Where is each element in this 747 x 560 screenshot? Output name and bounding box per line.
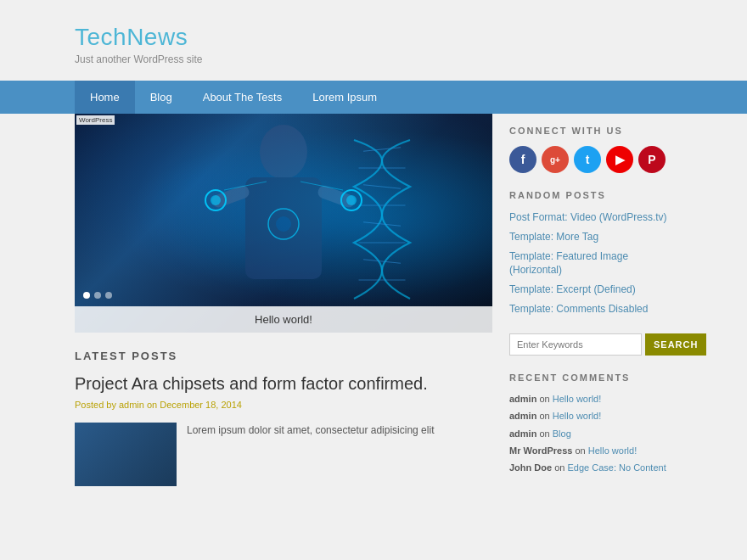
list-item: Template: More Tag	[509, 230, 672, 244]
comment-author: admin	[509, 411, 536, 421]
twitter-icon[interactable]: t	[574, 146, 601, 173]
list-item: John Doe on Edge Case: No Content	[509, 462, 672, 474]
list-item: admin on Hello world!	[509, 393, 672, 406]
sidebar: CONNECT WITH US f g+ t ▶ P RANDOM POSTS …	[509, 114, 672, 492]
latest-posts-title: LATEST POSTS	[75, 350, 492, 362]
recent-comments-list: admin on Hello world!admin on Hello worl…	[509, 393, 672, 475]
nav-item-home[interactable]: Home	[75, 81, 135, 114]
post2-excerpt: Lorem ipsum dolor sit amet, consectetur …	[187, 423, 434, 486]
list-item: Post Format: Video (WordPress.tv)	[509, 210, 672, 225]
svg-point-14	[211, 195, 221, 205]
wp-label: WordPress	[76, 115, 115, 125]
svg-point-19	[276, 216, 291, 232]
list-item: Template: Featured Image (Horizontal)	[509, 249, 672, 278]
social-icons: f g+ t ▶ P	[509, 146, 672, 173]
list-item: admin on Hello world!	[509, 410, 672, 423]
search-button[interactable]: SEARCH	[645, 333, 706, 356]
comment-post-link[interactable]: Hello world!	[553, 394, 601, 404]
hero-slider[interactable]: WordPress	[75, 114, 492, 333]
main-content: WordPress	[75, 114, 492, 492]
list-item: Template: Excerpt (Defined)	[509, 283, 672, 297]
nav-item-lorem-ipsum[interactable]: Lorem Ipsum	[297, 81, 392, 114]
site-tagline: Just another WordPress site	[75, 53, 672, 65]
post1-meta: Posted by admin on December 18, 2014	[75, 400, 492, 410]
person-image	[199, 114, 368, 317]
svg-line-0	[363, 148, 401, 151]
youtube-icon[interactable]: ▶	[606, 146, 633, 173]
post2-row: Lorem ipsum dolor sit amet, consectetur …	[75, 423, 492, 486]
facebook-icon[interactable]: f	[509, 146, 536, 173]
list-item: Mr WordPress on Hello world!	[509, 445, 672, 457]
comment-post-link[interactable]: Hello world!	[588, 445, 637, 456]
widget-search: SEARCH	[509, 333, 672, 356]
comment-post-link[interactable]: Blog	[553, 428, 571, 439]
svg-line-4	[363, 222, 401, 226]
widget-random-posts: RANDOM POSTS Post Format: Video (WordPre…	[509, 190, 672, 316]
svg-point-15	[346, 195, 357, 205]
svg-point-8	[260, 125, 307, 179]
post2-thumbnail	[75, 423, 177, 486]
comment-author: Mr WordPress	[509, 445, 572, 456]
random-posts-title: RANDOM POSTS	[509, 190, 672, 200]
comment-post-link[interactable]: Edge Case: No Content	[568, 462, 666, 473]
pinterest-icon[interactable]: P	[638, 146, 666, 173]
slide-dot-1[interactable]	[83, 292, 90, 299]
search-widget: SEARCH	[509, 333, 672, 356]
googleplus-icon[interactable]: g+	[542, 146, 569, 173]
slide-dot-3[interactable]	[105, 292, 112, 299]
slide-dot-2[interactable]	[94, 292, 101, 299]
slide-image	[75, 114, 492, 333]
widget-recent-comments: RECENT COMMENTS admin on Hello world!adm…	[509, 372, 672, 475]
main-navigation: HomeBlogAbout The TestsLorem Ipsum	[0, 81, 747, 114]
recent-comments-title: RECENT COMMENTS	[509, 372, 672, 383]
comment-author: John Doe	[509, 462, 552, 473]
comment-post-link[interactable]: Hello world!	[553, 411, 601, 421]
random-posts-list: Post Format: Video (WordPress.tv)Templat…	[509, 210, 672, 316]
site-title: TechNews	[75, 24, 672, 51]
widget-connect: CONNECT WITH US f g+ t ▶ P	[509, 126, 672, 173]
list-item: Template: Comments Disabled	[509, 302, 672, 316]
slide-dots	[83, 292, 112, 299]
nav-item-about-the-tests[interactable]: About The Tests	[188, 81, 297, 114]
comment-author: admin	[509, 394, 536, 404]
post1-title[interactable]: Project Ara chipsets and form factor con…	[75, 372, 492, 395]
slide-caption: Hello world!	[75, 306, 492, 333]
svg-line-2	[363, 185, 401, 188]
connect-title: CONNECT WITH US	[509, 126, 672, 136]
nav-item-blog[interactable]: Blog	[135, 81, 188, 114]
search-input[interactable]	[509, 333, 642, 356]
comment-author: admin	[509, 428, 536, 439]
list-item: admin on Blog	[509, 428, 672, 440]
svg-line-6	[363, 260, 401, 263]
